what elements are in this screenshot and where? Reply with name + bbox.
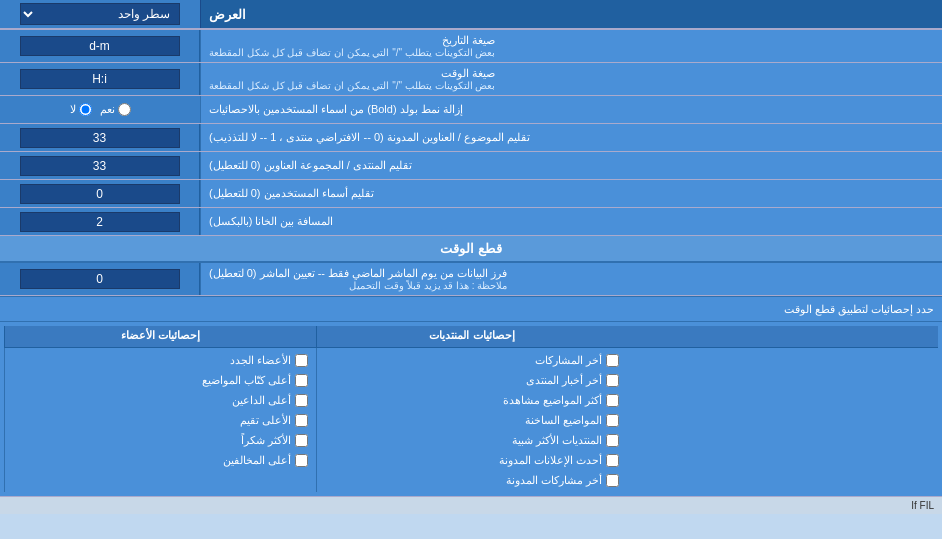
radio-no-label[interactable]: لا [70,103,92,116]
realtime-section-header: قطع الوقت [0,236,942,263]
realtime-title: قطع الوقت [440,241,502,256]
checkbox-blog-posts-label: أخر مشاركات المدونة [506,474,602,487]
filter-days-label-text: فرز البيانات من يوم الماشر الماضي فقط --… [209,267,507,280]
list-item: أعلى الداعين [5,390,316,410]
col1-header-text: إحصائيات الأعضاء [121,329,200,341]
checkbox-latest-announcements-label: أحدث الإعلانات المدونة [499,454,602,467]
checkbox-top-topic-writers[interactable] [295,374,308,387]
list-item: أعلى كتّاب المواضيع [5,370,316,390]
usernames-input-cell [0,180,200,207]
checkbox-last-posts[interactable] [606,354,619,367]
checkbox-new-members[interactable] [295,354,308,367]
checkbox-column-2: أخر المشاركات أخر أخبار المنتدى أكثر الم… [316,348,628,492]
filter-days-input-cell [0,263,200,295]
radio-no[interactable] [79,103,92,116]
checkbox-top-inviters[interactable] [295,394,308,407]
lines-select[interactable]: سطر واحد سطرين ثلاثة أسطر [20,3,180,25]
radio-no-text: لا [70,103,76,116]
main-container: العرض سطر واحد سطرين ثلاثة أسطر صيغة الت… [0,0,942,514]
filter-days-label-note: ملاحظة : هذا قد يزيد قبلاً وقت التحميل [209,280,507,291]
radio-yes[interactable] [118,103,131,116]
checkbox-column-3 [627,348,938,492]
filter-days-input[interactable] [20,269,180,289]
bold-radio-cell: نعم لا [0,96,200,123]
spacing-label: المسافة بين الخانا (بالبكسل) [200,208,942,235]
list-item: المواضيع الساخنة [317,410,628,430]
checkbox-top-violators[interactable] [295,454,308,467]
checkboxes-section: إحصائيات المنتديات إحصائيات الأعضاء أخر … [0,322,942,496]
filter-days-row: فرز البيانات من يوم الماشر الماضي فقط --… [0,263,942,296]
checkbox-latest-announcements[interactable] [606,454,619,467]
date-format-input[interactable] [20,36,180,56]
time-label-text: صيغة الوقت [209,67,495,80]
list-item: المنتديات الأكثر شبية [317,430,628,450]
filter-days-label: فرز البيانات من يوم الماشر الماضي فقط --… [200,263,942,295]
checkbox-most-thanked[interactable] [295,434,308,447]
col2-header-text: إحصائيات المنتديات [429,329,514,341]
bold-row: إزالة نمط بولد (Bold) من اسماء المستخدمي… [0,96,942,124]
time-format-input[interactable] [20,69,180,89]
checkbox-headers-row: إحصائيات المنتديات إحصائيات الأعضاء [4,326,938,348]
apply-row: حدد إحصائيات لتطبيق قطع الوقت [0,296,942,322]
checkbox-forum-news[interactable] [606,374,619,387]
forum-titles-label-text: تقليم المنتدى / المجموعة العناوين (0 للت… [209,159,412,172]
apply-label-text: حدد إحصائيات لتطبيق قطع الوقت [784,303,934,315]
checkbox-most-forums[interactable] [606,434,619,447]
checkbox-col1-header: إحصائيات الأعضاء [4,326,316,347]
checkbox-most-forums-label: المنتديات الأكثر شبية [512,434,602,447]
checkbox-most-viewed[interactable] [606,394,619,407]
checkbox-last-posts-label: أخر المشاركات [535,354,602,367]
topic-titles-label-text: تقليم الموضوع / العناوين المدونة (0 -- ا… [209,131,530,144]
checkbox-hot-topics-label: المواضيع الساخنة [525,414,602,427]
page-title: العرض [200,0,942,28]
time-format-input-cell [0,63,200,95]
checkbox-hot-topics[interactable] [606,414,619,427]
time-label-sub: بعض التكوينات يتطلب "/" التي يمكن ان تضا… [209,80,495,91]
forum-titles-input[interactable] [20,156,180,176]
topic-titles-row: تقليم الموضوع / العناوين المدونة (0 -- ا… [0,124,942,152]
checkboxes-content: أخر المشاركات أخر أخبار المنتدى أكثر الم… [4,348,938,492]
checkbox-top-topic-writers-label: أعلى كتّاب المواضيع [202,374,291,387]
checkbox-top-rated[interactable] [295,414,308,427]
time-format-row: صيغة الوقت بعض التكوينات يتطلب "/" التي … [0,63,942,96]
topic-titles-input[interactable] [20,128,180,148]
bottom-text-content: If FIL [911,500,934,511]
header-input-cell: سطر واحد سطرين ثلاثة أسطر [0,0,200,28]
apply-label: حدد إحصائيات لتطبيق قطع الوقت [0,299,942,320]
usernames-input[interactable] [20,184,180,204]
radio-yes-label[interactable]: نعم [100,103,131,116]
checkbox-forum-news-label: أخر أخبار المنتدى [526,374,602,387]
list-item: أخر المشاركات [317,350,628,370]
date-label-text: صيغة التاريخ [209,34,495,47]
list-item: أكثر المواضيع مشاهدة [317,390,628,410]
list-item: أخر مشاركات المدونة [317,470,628,490]
checkbox-most-thanked-label: الأكثر شكراً [241,434,291,447]
topic-titles-input-cell [0,124,200,151]
list-item: أحدث الإعلانات المدونة [317,450,628,470]
bold-label: إزالة نمط بولد (Bold) من اسماء المستخدمي… [200,96,942,123]
checkbox-most-viewed-label: أكثر المواضيع مشاهدة [503,394,602,407]
checkbox-top-rated-label: الأعلى تقيم [240,414,291,427]
list-item: الأكثر شكراً [5,430,316,450]
spacing-input-cell [0,208,200,235]
checkbox-top-violators-label: أعلى المخالفين [223,454,291,467]
forum-titles-label: تقليم المنتدى / المجموعة العناوين (0 للت… [200,152,942,179]
date-format-label: صيغة التاريخ بعض التكوينات يتطلب "/" الت… [200,30,942,62]
radio-yes-text: نعم [100,103,115,116]
spacing-row: المسافة بين الخانا (بالبكسل) [0,208,942,236]
checkbox-column-1: الأعضاء الجدد أعلى كتّاب المواضيع أعلى ا… [4,348,316,492]
date-format-input-cell [0,30,200,62]
forum-titles-row: تقليم المنتدى / المجموعة العناوين (0 للت… [0,152,942,180]
checkbox-blog-posts[interactable] [606,474,619,487]
checkbox-new-members-label: الأعضاء الجدد [230,354,291,367]
list-item: أعلى المخالفين [5,450,316,470]
bottom-text: If FIL [0,496,942,514]
checkbox-col3-header [627,326,938,347]
list-item: الأعلى تقيم [5,410,316,430]
forum-titles-input-cell [0,152,200,179]
list-item: الأعضاء الجدد [5,350,316,370]
title-label: العرض [209,7,246,22]
spacing-input[interactable] [20,212,180,232]
checkbox-top-inviters-label: أعلى الداعين [232,394,291,407]
topic-titles-label: تقليم الموضوع / العناوين المدونة (0 -- ا… [200,124,942,151]
